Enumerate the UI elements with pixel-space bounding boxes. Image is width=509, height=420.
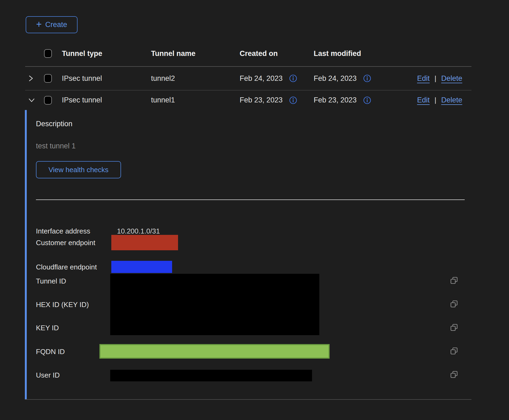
copy-icon: [450, 300, 458, 308]
copy-icon: [450, 324, 458, 332]
tunnel-id-label: Tunnel ID: [36, 277, 66, 285]
col-header-tunnel-name: Tunnel name: [151, 49, 240, 58]
row-checkbox[interactable]: [44, 74, 52, 83]
row-checkbox[interactable]: [44, 96, 52, 105]
copy-tunnel-id-button[interactable]: [450, 276, 458, 285]
user-id-redacted-value: [110, 370, 312, 381]
copy-key-id-button[interactable]: [450, 324, 458, 332]
create-button[interactable]: + Create: [26, 16, 78, 33]
expand-row-button[interactable]: [27, 74, 34, 82]
ids-redacted-values: [110, 274, 319, 335]
info-icon: [363, 96, 371, 104]
table-bottom-divider: [25, 399, 471, 400]
description-label: Description: [36, 120, 72, 128]
description-value: test tunnel 1: [36, 142, 76, 150]
tunnel-name-cell: tunnel1: [151, 96, 240, 104]
view-health-checks-button[interactable]: View health checks: [36, 161, 121, 178]
info-icon: [363, 74, 371, 82]
copy-fqdn-id-button[interactable]: [450, 347, 458, 355]
table-row-tunnel2: IPsec tunnel tunnel2 Feb 24, 2023 Feb 24…: [25, 66, 471, 90]
copy-icon: [450, 347, 458, 355]
details-section-divider: [36, 199, 465, 200]
create-button-label: Create: [45, 21, 67, 29]
copy-icon: [450, 276, 458, 285]
modified-info-button[interactable]: [363, 96, 371, 104]
info-icon: [289, 96, 297, 104]
col-header-tunnel-type: Tunnel type: [62, 49, 151, 58]
created-info-button[interactable]: [289, 74, 297, 82]
col-header-last-modified: Last modified: [314, 49, 399, 58]
collapse-row-button[interactable]: [27, 97, 36, 104]
customer-endpoint-label: Customer endpoint: [36, 239, 95, 247]
expanded-row-indicator-bar: [25, 110, 27, 399]
hex-id-label: HEX ID (KEY ID): [36, 301, 89, 309]
key-id-label: KEY ID: [36, 324, 59, 332]
user-id-label: User ID: [36, 371, 60, 379]
action-separator: |: [434, 74, 436, 83]
modified-info-button[interactable]: [363, 74, 371, 82]
table-header: Tunnel type Tunnel name Created on Last …: [25, 41, 471, 66]
last-modified-cell: Feb 23, 2023: [314, 96, 357, 104]
cloudflare-endpoint-label: Cloudflare endpoint: [36, 263, 97, 271]
delete-link[interactable]: Delete: [441, 96, 462, 104]
customer-endpoint-redacted-value: [111, 235, 178, 250]
select-all-checkbox[interactable]: [44, 49, 52, 58]
created-info-button[interactable]: [289, 96, 297, 104]
plus-icon: +: [36, 19, 42, 29]
interface-address-label: Interface address: [36, 227, 90, 235]
tunnel-name-cell: tunnel2: [151, 74, 240, 83]
chevron-right-icon: [27, 74, 34, 82]
chevron-down-icon: [27, 97, 36, 104]
copy-hex-id-button[interactable]: [450, 300, 458, 308]
fqdn-id-redacted-value: [99, 344, 330, 359]
tunnel-type-cell: IPsec tunnel: [62, 96, 151, 104]
fqdn-id-label: FQDN ID: [36, 348, 65, 356]
tunnel-type-cell: IPsec tunnel: [62, 74, 151, 83]
last-modified-cell: Feb 24, 2023: [314, 74, 357, 83]
delete-link[interactable]: Delete: [441, 74, 462, 83]
table-row-tunnel1: IPsec tunnel tunnel1 Feb 23, 2023 Feb 23…: [25, 90, 471, 110]
col-header-created-on: Created on: [240, 49, 314, 58]
copy-icon: [450, 371, 458, 379]
tunnels-page: + Create Tunnel type Tunnel name Created…: [0, 0, 509, 420]
created-on-cell: Feb 23, 2023: [240, 96, 283, 104]
info-icon: [289, 74, 297, 82]
created-on-cell: Feb 24, 2023: [240, 74, 283, 83]
edit-link[interactable]: Edit: [417, 74, 430, 83]
edit-link[interactable]: Edit: [417, 96, 430, 104]
interface-address-value: 10.200.1.0/31: [117, 227, 160, 235]
cloudflare-endpoint-redacted-value: [111, 261, 172, 273]
action-separator: |: [434, 96, 436, 104]
copy-user-id-button[interactable]: [450, 371, 458, 379]
